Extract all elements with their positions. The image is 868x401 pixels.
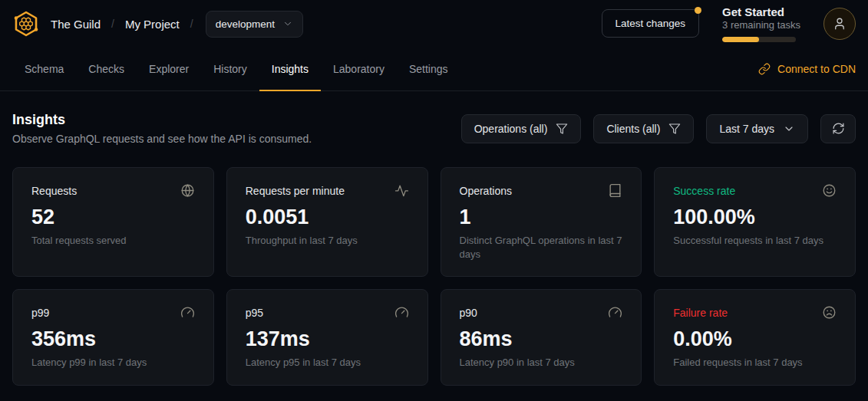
project-nav: SchemaChecksExplorerHistoryInsightsLabor… bbox=[0, 48, 868, 91]
tab-checks[interactable]: Checks bbox=[76, 48, 137, 90]
breadcrumb-separator: / bbox=[190, 18, 193, 30]
funnel-icon bbox=[668, 123, 681, 135]
stat-card-description: Distinct GraphQL operations in last 7 da… bbox=[460, 234, 623, 261]
stat-card-title: Requests bbox=[31, 185, 77, 197]
breadcrumb: The Guild / My Project / development bbox=[51, 11, 303, 38]
get-started-subtitle: 3 remaining tasks bbox=[722, 19, 800, 32]
target-selector-value: development bbox=[216, 18, 275, 30]
guild-logo-icon[interactable] bbox=[12, 10, 40, 38]
activity-icon bbox=[394, 183, 409, 198]
stat-card-description: Total requests served bbox=[31, 234, 195, 248]
notification-dot bbox=[695, 7, 701, 14]
stat-card-title: Operations bbox=[460, 185, 512, 197]
period-select-label: Last 7 days bbox=[719, 123, 774, 135]
nav-tabs: SchemaChecksExplorerHistoryInsightsLabor… bbox=[12, 48, 460, 90]
user-avatar[interactable] bbox=[823, 8, 856, 40]
gauge-icon bbox=[394, 305, 409, 320]
top-header: The Guild / My Project / development Lat… bbox=[0, 0, 868, 48]
stat-card-value: 52 bbox=[31, 205, 195, 229]
operations-filter-button[interactable]: Operations (all) bbox=[461, 114, 582, 143]
latest-changes-button[interactable]: Latest changes bbox=[602, 9, 700, 38]
tab-insights[interactable]: Insights bbox=[259, 48, 321, 90]
latest-changes-label: Latest changes bbox=[616, 18, 686, 29]
globe-icon bbox=[180, 183, 195, 198]
progress-fill bbox=[722, 37, 759, 42]
link-icon bbox=[758, 63, 771, 75]
stat-card-value: 1 bbox=[460, 205, 623, 229]
stat-card-description: Latency p95 in last 7 days bbox=[246, 356, 409, 370]
clients-filter-button[interactable]: Clients (all) bbox=[593, 114, 694, 143]
tab-explorer[interactable]: Explorer bbox=[137, 48, 201, 90]
stat-card-description: Latency p99 in last 7 days bbox=[31, 356, 195, 370]
stat-card-value: 0.00% bbox=[673, 327, 837, 351]
operations-filter-label: Operations (all) bbox=[474, 123, 548, 135]
clients-filter-label: Clients (all) bbox=[606, 123, 660, 135]
frown-icon bbox=[822, 305, 837, 320]
period-select-button[interactable]: Last 7 days bbox=[706, 114, 808, 143]
target-selector[interactable]: development bbox=[206, 11, 303, 38]
get-started-title: Get Started bbox=[722, 5, 800, 20]
stat-card-value: 137ms bbox=[246, 327, 409, 351]
connect-to-cdn-label: Connect to CDN bbox=[777, 63, 856, 75]
section-header: Insights Observe GraphQL requests and se… bbox=[12, 112, 856, 145]
tab-history[interactable]: History bbox=[201, 48, 259, 90]
smile-icon bbox=[822, 183, 837, 198]
stat-card-description: Successful requests in last 7 days bbox=[673, 234, 837, 248]
tab-settings[interactable]: Settings bbox=[397, 48, 460, 90]
stat-card: p99 356ms Latency p99 in last 7 days bbox=[12, 289, 214, 386]
page-subtitle: Observe GraphQL requests and see how the… bbox=[12, 133, 312, 145]
insights-page: Insights Observe GraphQL requests and se… bbox=[0, 112, 868, 386]
stat-card-value: 86ms bbox=[460, 327, 623, 351]
stat-card: Operations 1 Distinct GraphQL operations… bbox=[441, 167, 642, 277]
get-started-progress-bar bbox=[722, 37, 796, 42]
stat-card: Failure rate 0.00% Failed requests in la… bbox=[654, 289, 856, 386]
chevron-down-icon bbox=[783, 123, 795, 135]
book-icon bbox=[608, 183, 622, 198]
stat-card: p90 86ms Latency p90 in last 7 days bbox=[441, 289, 642, 386]
refresh-icon bbox=[832, 122, 845, 135]
stat-card-title: Success rate bbox=[673, 185, 735, 197]
stat-card-value: 100.00% bbox=[673, 205, 837, 229]
breadcrumb-project[interactable]: My Project bbox=[125, 18, 180, 31]
filters-toolbar: Operations (all) Clients (all) Last 7 da… bbox=[461, 114, 856, 143]
stat-card-title: p90 bbox=[460, 307, 477, 319]
stat-card: Requests per minute 0.0051 Throughput in… bbox=[226, 167, 428, 277]
tab-schema[interactable]: Schema bbox=[12, 48, 76, 90]
connect-to-cdn-link[interactable]: Connect to CDN bbox=[758, 63, 856, 75]
person-icon bbox=[833, 17, 847, 31]
stat-card-description: Throughput in last 7 days bbox=[246, 234, 409, 248]
breadcrumb-separator: / bbox=[111, 18, 114, 30]
section-title-block: Insights Observe GraphQL requests and se… bbox=[12, 112, 312, 145]
page-title: Insights bbox=[12, 112, 312, 128]
stat-card: Success rate 100.00% Successful requests… bbox=[654, 167, 856, 277]
get-started-widget[interactable]: Get Started 3 remaining tasks bbox=[722, 5, 800, 43]
breadcrumb-org[interactable]: The Guild bbox=[51, 18, 101, 31]
stat-card-title: p95 bbox=[246, 307, 263, 319]
stats-grid: Requests 52 Total requests served Reques… bbox=[12, 167, 856, 386]
stat-card: Requests 52 Total requests served bbox=[12, 167, 214, 277]
stat-card-description: Failed requests in last 7 days bbox=[673, 356, 837, 370]
gauge-icon bbox=[180, 305, 195, 320]
stat-card-description: Latency p90 in last 7 days bbox=[460, 356, 623, 370]
gauge-icon bbox=[608, 305, 622, 320]
chevron-down-icon bbox=[282, 18, 293, 29]
stat-card-value: 356ms bbox=[31, 327, 195, 351]
stat-card-title: Failure rate bbox=[673, 307, 728, 319]
stat-card-title: p99 bbox=[31, 307, 49, 319]
stat-card-value: 0.0051 bbox=[246, 205, 409, 229]
refresh-button[interactable] bbox=[820, 114, 856, 143]
header-actions: Latest changes Get Started 3 remaining t… bbox=[602, 5, 856, 43]
funnel-icon bbox=[556, 123, 568, 135]
stat-card: p95 137ms Latency p95 in last 7 days bbox=[226, 289, 428, 386]
tab-laboratory[interactable]: Laboratory bbox=[321, 48, 397, 90]
stat-card-title: Requests per minute bbox=[246, 185, 345, 197]
